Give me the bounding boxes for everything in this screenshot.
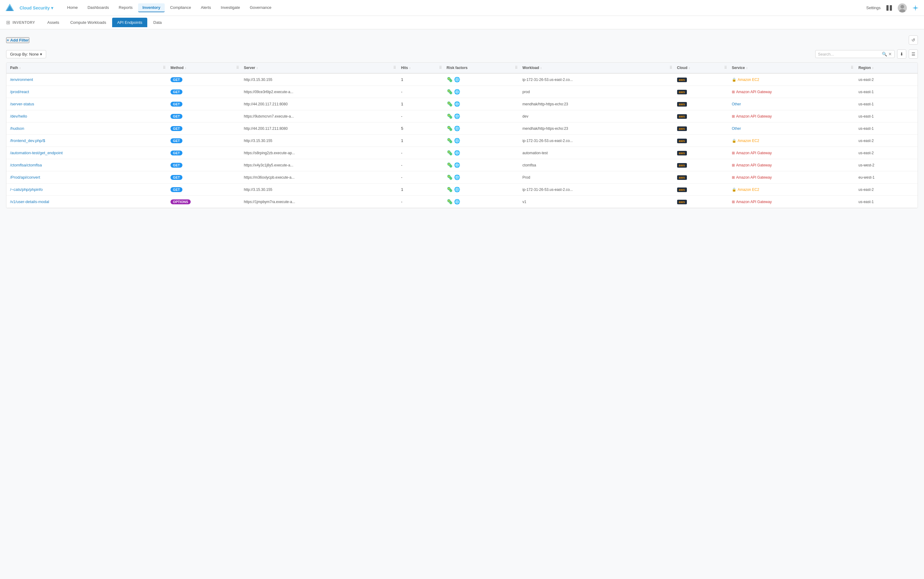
settings-button[interactable]: Settings: [866, 5, 881, 10]
globe-risk-icon[interactable]: 🌐: [454, 150, 460, 156]
sparkle-icon[interactable]: [912, 4, 919, 11]
search-input[interactable]: [818, 52, 880, 57]
nav-home[interactable]: Home: [63, 3, 82, 12]
cell-method: GET: [167, 159, 240, 171]
path-link[interactable]: /~cats/php/phpinfo: [10, 187, 43, 192]
globe-risk-icon[interactable]: 🌐: [454, 77, 460, 82]
clear-search-icon[interactable]: ✕: [888, 52, 892, 57]
path-link[interactable]: /Prod/api/convert: [10, 175, 40, 180]
tab-data[interactable]: Data: [149, 18, 167, 27]
risk-icons: 🦠 🌐: [447, 138, 515, 144]
drag-method-icon[interactable]: ⠿: [236, 65, 239, 70]
malware-risk-icon[interactable]: 🦠: [447, 126, 453, 131]
sort-hits-icon[interactable]: ↕: [409, 66, 411, 70]
drag-server-icon[interactable]: ⠿: [393, 65, 396, 70]
sort-region-icon[interactable]: ↕: [872, 66, 873, 70]
service-link[interactable]: ⊞ Amazon API Gateway: [732, 151, 851, 155]
malware-risk-icon[interactable]: 🦠: [447, 174, 453, 180]
path-link[interactable]: /server-status: [10, 102, 34, 106]
path-link[interactable]: /dev/hello: [10, 114, 27, 118]
method-badge: GET: [170, 150, 182, 155]
path-link[interactable]: /frontend_dev.php/$: [10, 138, 45, 143]
globe-risk-icon[interactable]: 🌐: [454, 126, 460, 131]
sort-method-icon[interactable]: ↕: [185, 66, 187, 70]
nav-reports[interactable]: Reports: [115, 3, 137, 12]
service-link[interactable]: 🔒 Amazon EC2: [732, 78, 851, 82]
service-link[interactable]: Other: [732, 102, 851, 106]
malware-risk-icon[interactable]: 🦠: [447, 162, 453, 168]
hits-value: -: [401, 200, 402, 204]
path-link[interactable]: /environment: [10, 77, 33, 82]
globe-risk-icon[interactable]: 🌐: [454, 138, 460, 144]
nav-inventory[interactable]: Inventory: [138, 3, 165, 12]
malware-risk-icon[interactable]: 🦠: [447, 199, 453, 204]
tab-api-endpoints[interactable]: API Endpoints: [112, 18, 147, 27]
drag-service-icon[interactable]: ⠿: [851, 65, 854, 70]
sort-cloud-icon[interactable]: ↕: [689, 66, 690, 70]
cell-workload: ip-172-31-26-53.us-east-2.co...: [519, 73, 673, 86]
tab-assets[interactable]: Assets: [43, 18, 64, 27]
app-name-button[interactable]: Cloud Security ▾: [17, 4, 56, 11]
malware-risk-icon[interactable]: 🦠: [447, 113, 453, 119]
globe-risk-icon[interactable]: 🌐: [454, 186, 460, 192]
service-link[interactable]: ⊞ Amazon API Gateway: [732, 200, 851, 204]
user-avatar[interactable]: [898, 3, 907, 13]
service-link[interactable]: ⊞ Amazon API Gateway: [732, 163, 851, 167]
path-link[interactable]: /automation-test/get_endpoint: [10, 150, 63, 155]
path-link[interactable]: /prod/react: [10, 90, 29, 94]
svg-rect-3: [890, 5, 892, 11]
malware-risk-icon[interactable]: 🦠: [447, 138, 453, 144]
globe-risk-icon[interactable]: 🌐: [454, 89, 460, 95]
service-link[interactable]: ⊞ Amazon API Gateway: [732, 90, 851, 94]
cell-server: http://44.200.117.211:8080: [240, 98, 398, 110]
region-text: us-east-1: [858, 102, 873, 106]
search-icon[interactable]: 🔍: [882, 52, 887, 57]
table-row: /ctomflsa/ctomflsa GET https://x4y3c1j8y…: [7, 159, 917, 171]
globe-risk-icon[interactable]: 🌐: [454, 113, 460, 119]
globe-risk-icon[interactable]: 🌐: [454, 101, 460, 107]
path-link[interactable]: /v1/user-details-modal: [10, 200, 49, 204]
nav-dashboards[interactable]: Dashboards: [83, 3, 113, 12]
add-filter-button[interactable]: + Add Filter: [6, 37, 29, 43]
group-by-button[interactable]: Group By: None ▾: [6, 50, 46, 58]
nav-compliance[interactable]: Compliance: [166, 3, 195, 12]
download-button[interactable]: ⬇: [897, 49, 906, 59]
path-link[interactable]: /ctomflsa/ctomflsa: [10, 163, 42, 167]
service-link[interactable]: 🔒 Amazon EC2: [732, 188, 851, 192]
table-row: /prod/react GET https://09ce3r6tp2.execu…: [7, 86, 917, 98]
malware-risk-icon[interactable]: 🦠: [447, 77, 453, 82]
globe-risk-icon[interactable]: 🌐: [454, 174, 460, 180]
service-link[interactable]: 🔒 Amazon EC2: [732, 139, 851, 143]
sort-server-icon[interactable]: ↕: [256, 66, 258, 70]
refresh-button[interactable]: ↺: [909, 36, 918, 44]
table-row: /environment GET http://3.15.30.155 1 🦠 …: [7, 73, 917, 86]
service-link[interactable]: Other: [732, 126, 851, 131]
nav-governance[interactable]: Governance: [245, 3, 275, 12]
drag-hits-icon[interactable]: ⠿: [439, 65, 442, 70]
path-link[interactable]: /hudson: [10, 126, 24, 131]
tab-compute-workloads[interactable]: Compute Workloads: [66, 18, 111, 27]
app-logo[interactable]: [5, 3, 15, 13]
malware-risk-icon[interactable]: 🦠: [447, 150, 453, 156]
sort-workload-icon[interactable]: ↕: [540, 66, 542, 70]
malware-risk-icon[interactable]: 🦠: [447, 101, 453, 107]
books-icon[interactable]: [886, 4, 893, 11]
malware-risk-icon[interactable]: 🦠: [447, 89, 453, 95]
columns-button[interactable]: ☰: [909, 49, 918, 59]
service-icon: ⊞: [732, 114, 735, 118]
globe-risk-icon[interactable]: 🌐: [454, 162, 460, 168]
drag-risk-icon[interactable]: ⠿: [515, 65, 518, 70]
service-link[interactable]: ⊞ Amazon API Gateway: [732, 114, 851, 118]
drag-path-icon[interactable]: ⠿: [163, 65, 165, 70]
drag-workload-icon[interactable]: ⠿: [670, 65, 672, 70]
sort-service-icon[interactable]: ↕: [746, 66, 748, 70]
sort-path-icon[interactable]: ↕: [19, 66, 21, 70]
service-link[interactable]: ⊞ Amazon API Gateway: [732, 175, 851, 180]
cell-path: /automation-test/get_endpoint: [7, 147, 167, 159]
nav-alerts[interactable]: Alerts: [197, 3, 215, 12]
drag-cloud-icon[interactable]: ⠿: [724, 65, 727, 70]
cell-hits: 1: [397, 135, 443, 147]
nav-investigate[interactable]: Investigate: [217, 3, 244, 12]
malware-risk-icon[interactable]: 🦠: [447, 186, 453, 192]
globe-risk-icon[interactable]: 🌐: [454, 199, 460, 204]
